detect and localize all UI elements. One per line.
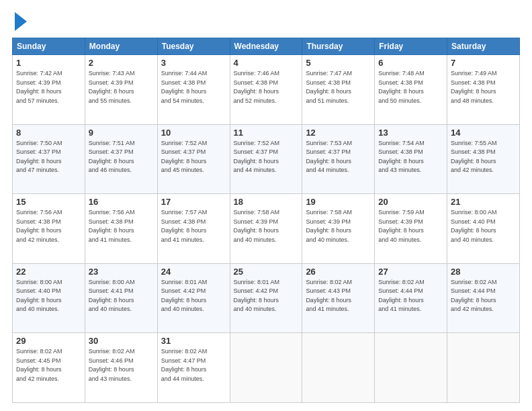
- day-info: Sunrise: 8:02 AMSunset: 4:47 PMDaylight:…: [161, 347, 226, 383]
- calendar-body: 1Sunrise: 7:42 AMSunset: 4:39 PMDaylight…: [13, 55, 520, 403]
- day-info: Sunrise: 7:55 AMSunset: 4:38 PMDaylight:…: [451, 139, 516, 175]
- calendar-cell: 27Sunrise: 8:02 AMSunset: 4:44 PMDayligh…: [375, 263, 447, 333]
- day-info: Sunrise: 7:48 AMSunset: 4:38 PMDaylight:…: [378, 69, 443, 105]
- calendar-cell: 11Sunrise: 7:52 AMSunset: 4:37 PMDayligh…: [230, 124, 302, 194]
- day-info: Sunrise: 8:02 AMSunset: 4:45 PMDaylight:…: [16, 347, 81, 383]
- day-info: Sunrise: 7:52 AMSunset: 4:37 PMDaylight:…: [234, 139, 299, 175]
- day-number: 21: [451, 197, 516, 207]
- day-info: Sunrise: 7:47 AMSunset: 4:38 PMDaylight:…: [306, 69, 371, 105]
- calendar-cell: 14Sunrise: 7:55 AMSunset: 4:38 PMDayligh…: [447, 124, 520, 194]
- day-info: Sunrise: 7:59 AMSunset: 4:39 PMDaylight:…: [378, 208, 443, 244]
- calendar-cell: 9Sunrise: 7:51 AMSunset: 4:37 PMDaylight…: [85, 124, 157, 194]
- calendar-cell: [230, 333, 302, 403]
- day-info: Sunrise: 7:42 AMSunset: 4:39 PMDaylight:…: [16, 69, 81, 105]
- weekday-header-sunday: Sunday: [13, 38, 85, 55]
- day-info: Sunrise: 7:53 AMSunset: 4:37 PMDaylight:…: [306, 139, 371, 175]
- calendar-cell: 31Sunrise: 8:02 AMSunset: 4:47 PMDayligh…: [157, 333, 230, 403]
- day-info: Sunrise: 7:50 AMSunset: 4:37 PMDaylight:…: [16, 139, 81, 175]
- day-info: Sunrise: 7:56 AMSunset: 4:38 PMDaylight:…: [89, 208, 154, 244]
- calendar-cell: 25Sunrise: 8:01 AMSunset: 4:42 PMDayligh…: [230, 263, 302, 333]
- day-number: 8: [16, 128, 81, 138]
- calendar-week-row: 15Sunrise: 7:56 AMSunset: 4:38 PMDayligh…: [13, 194, 520, 264]
- logo: [12, 12, 27, 31]
- calendar-cell: 8Sunrise: 7:50 AMSunset: 4:37 PMDaylight…: [13, 124, 85, 194]
- day-number: 2: [89, 58, 154, 68]
- calendar-cell: 19Sunrise: 7:58 AMSunset: 4:39 PMDayligh…: [302, 194, 375, 264]
- day-info: Sunrise: 8:02 AMSunset: 4:44 PMDaylight:…: [451, 278, 516, 314]
- calendar-week-row: 1Sunrise: 7:42 AMSunset: 4:39 PMDaylight…: [13, 55, 520, 125]
- weekday-header-friday: Friday: [375, 38, 447, 55]
- day-number: 17: [161, 197, 226, 207]
- day-info: Sunrise: 7:58 AMSunset: 4:39 PMDaylight:…: [234, 208, 299, 244]
- calendar-cell: 1Sunrise: 7:42 AMSunset: 4:39 PMDaylight…: [13, 55, 85, 125]
- day-number: 24: [161, 267, 226, 277]
- day-number: 29: [16, 336, 81, 346]
- page: SundayMondayTuesdayWednesdayThursdayFrid…: [0, 0, 532, 411]
- calendar-cell: 5Sunrise: 7:47 AMSunset: 4:38 PMDaylight…: [302, 55, 375, 125]
- weekday-header-saturday: Saturday: [447, 38, 520, 55]
- calendar-week-row: 8Sunrise: 7:50 AMSunset: 4:37 PMDaylight…: [13, 124, 520, 194]
- day-number: 22: [16, 267, 81, 277]
- calendar-cell: 28Sunrise: 8:02 AMSunset: 4:44 PMDayligh…: [447, 263, 520, 333]
- day-number: 15: [16, 197, 81, 207]
- day-info: Sunrise: 8:02 AMSunset: 4:46 PMDaylight:…: [89, 347, 154, 383]
- day-info: Sunrise: 8:01 AMSunset: 4:42 PMDaylight:…: [161, 278, 226, 314]
- weekday-header-monday: Monday: [85, 38, 157, 55]
- day-number: 23: [89, 267, 154, 277]
- calendar-cell: [375, 333, 447, 403]
- day-number: 30: [89, 336, 154, 346]
- calendar-week-row: 29Sunrise: 8:02 AMSunset: 4:45 PMDayligh…: [13, 333, 520, 403]
- day-info: Sunrise: 8:00 AMSunset: 4:40 PMDaylight:…: [16, 278, 81, 314]
- calendar-cell: 3Sunrise: 7:44 AMSunset: 4:38 PMDaylight…: [157, 55, 230, 125]
- day-number: 16: [89, 197, 154, 207]
- day-info: Sunrise: 7:44 AMSunset: 4:38 PMDaylight:…: [161, 69, 226, 105]
- day-number: 3: [161, 58, 226, 68]
- day-number: 18: [234, 197, 299, 207]
- day-info: Sunrise: 7:52 AMSunset: 4:37 PMDaylight:…: [161, 139, 226, 175]
- calendar-cell: 15Sunrise: 7:56 AMSunset: 4:38 PMDayligh…: [13, 194, 85, 264]
- calendar-cell: 7Sunrise: 7:49 AMSunset: 4:38 PMDaylight…: [447, 55, 520, 125]
- calendar-cell: [447, 333, 520, 403]
- header: [12, 12, 520, 31]
- day-info: Sunrise: 7:56 AMSunset: 4:38 PMDaylight:…: [16, 208, 81, 244]
- calendar-cell: 13Sunrise: 7:54 AMSunset: 4:38 PMDayligh…: [375, 124, 447, 194]
- calendar-cell: 10Sunrise: 7:52 AMSunset: 4:37 PMDayligh…: [157, 124, 230, 194]
- calendar-cell: 4Sunrise: 7:46 AMSunset: 4:38 PMDaylight…: [230, 55, 302, 125]
- day-info: Sunrise: 7:57 AMSunset: 4:38 PMDaylight:…: [161, 208, 226, 244]
- calendar-week-row: 22Sunrise: 8:00 AMSunset: 4:40 PMDayligh…: [13, 263, 520, 333]
- calendar-cell: 20Sunrise: 7:59 AMSunset: 4:39 PMDayligh…: [375, 194, 447, 264]
- weekday-header-tuesday: Tuesday: [157, 38, 230, 55]
- calendar-cell: 26Sunrise: 8:02 AMSunset: 4:43 PMDayligh…: [302, 263, 375, 333]
- calendar-cell: [302, 333, 375, 403]
- day-info: Sunrise: 7:43 AMSunset: 4:39 PMDaylight:…: [89, 69, 154, 105]
- day-number: 19: [306, 197, 371, 207]
- day-number: 6: [378, 58, 443, 68]
- logo-arrow-icon: [15, 12, 27, 31]
- weekday-header-thursday: Thursday: [302, 38, 375, 55]
- calendar-cell: 23Sunrise: 8:00 AMSunset: 4:41 PMDayligh…: [85, 263, 157, 333]
- day-number: 9: [89, 128, 154, 138]
- day-number: 4: [234, 58, 299, 68]
- day-number: 11: [234, 128, 299, 138]
- day-info: Sunrise: 8:00 AMSunset: 4:40 PMDaylight:…: [451, 208, 516, 244]
- calendar-cell: 30Sunrise: 8:02 AMSunset: 4:46 PMDayligh…: [85, 333, 157, 403]
- day-number: 10: [161, 128, 226, 138]
- day-number: 20: [378, 197, 443, 207]
- day-number: 25: [234, 267, 299, 277]
- day-number: 28: [451, 267, 516, 277]
- calendar-cell: 17Sunrise: 7:57 AMSunset: 4:38 PMDayligh…: [157, 194, 230, 264]
- day-info: Sunrise: 7:58 AMSunset: 4:39 PMDaylight:…: [306, 208, 371, 244]
- calendar-cell: 6Sunrise: 7:48 AMSunset: 4:38 PMDaylight…: [375, 55, 447, 125]
- day-number: 27: [378, 267, 443, 277]
- day-info: Sunrise: 7:46 AMSunset: 4:38 PMDaylight:…: [234, 69, 299, 105]
- day-number: 14: [451, 128, 516, 138]
- day-number: 26: [306, 267, 371, 277]
- weekday-header-row: SundayMondayTuesdayWednesdayThursdayFrid…: [13, 38, 520, 55]
- day-info: Sunrise: 7:51 AMSunset: 4:37 PMDaylight:…: [89, 139, 154, 175]
- day-number: 12: [306, 128, 371, 138]
- calendar-cell: 16Sunrise: 7:56 AMSunset: 4:38 PMDayligh…: [85, 194, 157, 264]
- day-info: Sunrise: 8:01 AMSunset: 4:42 PMDaylight:…: [234, 278, 299, 314]
- day-number: 31: [161, 336, 226, 346]
- day-info: Sunrise: 7:49 AMSunset: 4:38 PMDaylight:…: [451, 69, 516, 105]
- calendar-cell: 12Sunrise: 7:53 AMSunset: 4:37 PMDayligh…: [302, 124, 375, 194]
